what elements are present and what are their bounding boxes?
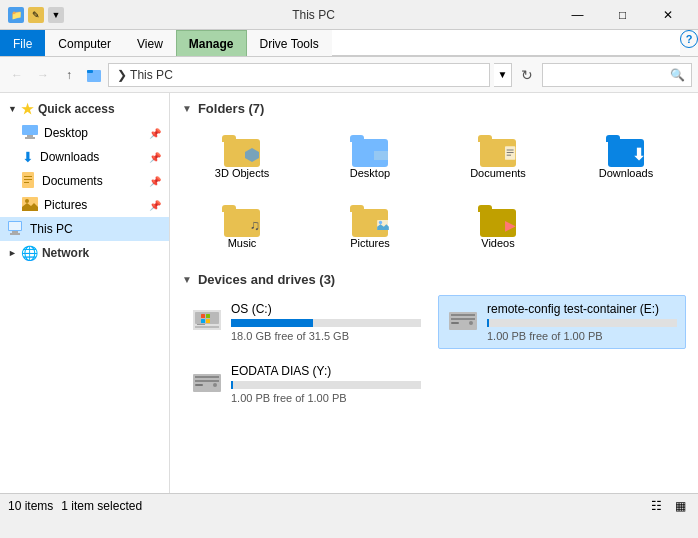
title-bar: 📁 ✎ ▼ This PC — □ ✕	[0, 0, 698, 30]
devices-title: Devices and drives (3)	[198, 272, 335, 287]
view-controls: ☷ ▦	[646, 496, 690, 516]
drive-y-bar-bg	[231, 381, 421, 389]
drive-c-bar-bg	[231, 319, 421, 327]
ribbon-tabs: File Computer View Manage Drive Tools ?	[0, 30, 698, 56]
folder-downloads[interactable]: ⬇ Downloads	[566, 124, 686, 186]
sidebar-item-desktop[interactable]: Desktop 📌	[0, 121, 169, 145]
search-icon: 🔍	[670, 68, 685, 82]
folders-section-header[interactable]: ▼ Folders (7)	[182, 101, 686, 116]
tab-view[interactable]: View	[124, 30, 176, 56]
drive-y-info: EODATA DIAS (Y:) 1.00 PB free of 1.00 PB	[231, 364, 421, 404]
chevron-right-icon-2: ►	[8, 248, 17, 258]
pictures-label: Pictures	[44, 198, 87, 212]
svg-rect-33	[206, 319, 210, 323]
svg-rect-3	[27, 135, 33, 137]
folder-3dobjects[interactable]: 3D Objects	[182, 124, 302, 186]
folder-desktop-icon	[350, 131, 390, 167]
svg-point-10	[25, 199, 29, 203]
devices-section-header[interactable]: ▼ Devices and drives (3)	[182, 272, 686, 287]
svg-rect-2	[22, 125, 38, 135]
search-input[interactable]	[549, 68, 666, 82]
svg-rect-21	[507, 155, 511, 156]
drive-c[interactable]: OS (C:) 18.0 GB free of 31.5 GB	[182, 295, 430, 349]
forward-button[interactable]: →	[32, 64, 54, 86]
drive-e-bar-fill	[487, 319, 489, 327]
folder-music[interactable]: ♫ Music	[182, 194, 302, 256]
refresh-button[interactable]: ↻	[516, 64, 538, 86]
sidebar-item-documents[interactable]: Documents 📌	[0, 169, 169, 193]
window-title: This PC	[72, 8, 555, 22]
svg-rect-42	[195, 384, 203, 386]
drive-e-name: remote-config test-container (E:)	[487, 302, 677, 316]
svg-rect-20	[507, 152, 514, 153]
folders-title: Folders (7)	[198, 101, 264, 116]
folder-music-icon: ♫	[222, 201, 262, 237]
tab-file[interactable]: File	[0, 30, 45, 56]
desktop-icon	[22, 125, 38, 142]
drive-y-bar-fill	[231, 381, 233, 389]
this-pc-label: This PC	[30, 222, 73, 236]
svg-rect-8	[24, 182, 29, 183]
sidebar-item-quick-access[interactable]: ▼ ★ Quick access	[0, 97, 169, 121]
back-button[interactable]: ←	[6, 64, 28, 86]
drive-e[interactable]: remote-config test-container (E:) 1.00 P…	[438, 295, 686, 349]
address-bar: ← → ↑ ❯ This PC ▼ ↻ 🔍	[0, 57, 698, 93]
folder-3dobjects-label: 3D Objects	[215, 167, 269, 179]
sidebar-item-pictures[interactable]: Pictures 📌	[0, 193, 169, 217]
pin-icon: 📌	[149, 128, 161, 139]
content-area: ▼ Folders (7) 3D Objects	[170, 93, 698, 493]
folder-documents-label: Documents	[470, 167, 526, 179]
folder-pictures[interactable]: Pictures	[310, 194, 430, 256]
folder-documents[interactable]: Documents	[438, 124, 558, 186]
title-bar-app-icons: 📁 ✎ ▼	[8, 7, 64, 23]
address-input[interactable]: ❯ This PC	[108, 63, 490, 87]
pin-icon-3: 📌	[149, 176, 161, 187]
svg-rect-12	[12, 231, 18, 233]
tab-manage[interactable]: Manage	[176, 30, 247, 56]
maximize-button[interactable]: □	[600, 0, 645, 30]
svg-rect-30	[201, 314, 205, 318]
item-count: 10 items	[8, 499, 53, 513]
pin-icon-2: 📌	[149, 152, 161, 163]
up-button[interactable]: ↑	[58, 64, 80, 86]
drive-y[interactable]: EODATA DIAS (Y:) 1.00 PB free of 1.00 PB	[182, 357, 430, 411]
this-pc-icon	[8, 221, 24, 238]
help-button[interactable]: ?	[680, 30, 698, 48]
svg-rect-27	[197, 324, 205, 325]
details-view-button[interactable]: ☷	[646, 496, 666, 516]
address-dropdown[interactable]: ▼	[494, 63, 512, 87]
sidebar-item-downloads[interactable]: ⬇ Downloads 📌	[0, 145, 169, 169]
sidebar-item-network[interactable]: ► 🌐 Network	[0, 241, 169, 265]
devices-row-1: OS (C:) 18.0 GB free of 31.5 GB	[182, 295, 686, 349]
drive-y-name: EODATA DIAS (Y:)	[231, 364, 421, 378]
address-path: ❯ This PC	[117, 68, 173, 82]
network-icon: 🌐	[21, 245, 38, 261]
network-label: Network	[42, 246, 89, 260]
tab-drivetools[interactable]: Drive Tools	[247, 30, 332, 56]
drive-e-bar-bg	[487, 319, 677, 327]
downloads-label: Downloads	[40, 150, 99, 164]
downloads-icon: ⬇	[22, 149, 34, 165]
app-icon-2: ✎	[28, 7, 44, 23]
close-button[interactable]: ✕	[645, 0, 690, 30]
svg-rect-31	[206, 314, 210, 318]
folder-videos-icon: ▶	[478, 201, 518, 237]
svg-rect-32	[201, 319, 205, 323]
search-box[interactable]: 🔍	[542, 63, 692, 87]
drive-y-icon	[191, 364, 223, 396]
svg-rect-36	[451, 318, 475, 320]
selected-count: 1 item selected	[61, 499, 142, 513]
quick-access-icon: ★	[21, 101, 34, 117]
documents-label: Documents	[42, 174, 103, 188]
folder-desktop[interactable]: Desktop	[310, 124, 430, 186]
folder-music-label: Music	[228, 237, 257, 249]
large-icons-view-button[interactable]: ▦	[670, 496, 690, 516]
folder-videos[interactable]: ▶ Videos	[438, 194, 558, 256]
app-icon-1: 📁	[8, 7, 24, 23]
drive-c-icon	[191, 302, 223, 334]
folder-desktop-label: Desktop	[350, 167, 390, 179]
sidebar-item-this-pc[interactable]: This PC	[0, 217, 169, 241]
svg-rect-1	[87, 70, 93, 73]
tab-computer[interactable]: Computer	[45, 30, 124, 56]
minimize-button[interactable]: —	[555, 0, 600, 30]
